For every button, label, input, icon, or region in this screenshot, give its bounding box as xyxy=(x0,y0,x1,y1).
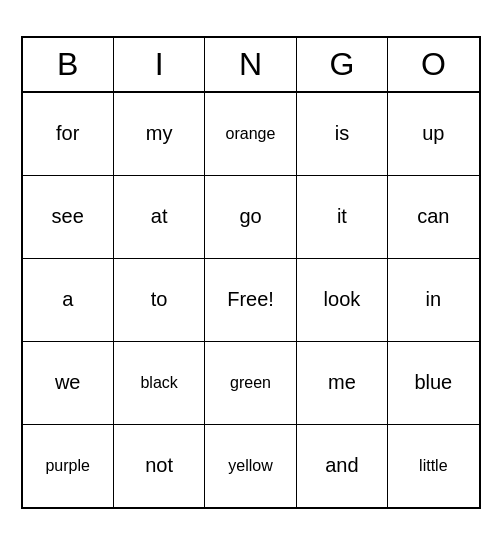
bingo-cell-r1-c5: up xyxy=(388,93,478,175)
bingo-cell-r1-c1: for xyxy=(23,93,114,175)
bingo-header: BINGO xyxy=(23,38,479,93)
bingo-row-2: seeatgoitcan xyxy=(23,176,479,259)
bingo-cell-r5-c1: purple xyxy=(23,425,114,507)
bingo-cell-r5-c2: not xyxy=(114,425,205,507)
header-cell-i: I xyxy=(114,38,205,93)
bingo-cell-r4-c2: black xyxy=(114,342,205,424)
bingo-cell-r2-c3: go xyxy=(205,176,296,258)
bingo-cell-r4-c5: blue xyxy=(388,342,478,424)
bingo-cell-r2-c5: can xyxy=(388,176,478,258)
bingo-cell-r3-c1: a xyxy=(23,259,114,341)
bingo-cell-r5-c5: little xyxy=(388,425,478,507)
bingo-cell-r3-c2: to xyxy=(114,259,205,341)
bingo-cell-r3-c4: look xyxy=(297,259,388,341)
bingo-row-1: formyorangeisup xyxy=(23,93,479,176)
bingo-row-3: atoFree!lookin xyxy=(23,259,479,342)
header-cell-b: B xyxy=(23,38,114,93)
header-cell-n: N xyxy=(205,38,296,93)
bingo-cell-r1-c3: orange xyxy=(205,93,296,175)
header-cell-g: G xyxy=(297,38,388,93)
bingo-cell-r1-c4: is xyxy=(297,93,388,175)
bingo-cell-r4-c3: green xyxy=(205,342,296,424)
bingo-cell-r2-c4: it xyxy=(297,176,388,258)
header-cell-o: O xyxy=(388,38,478,93)
bingo-cell-r5-c3: yellow xyxy=(205,425,296,507)
bingo-cell-r4-c4: me xyxy=(297,342,388,424)
bingo-cell-r1-c2: my xyxy=(114,93,205,175)
bingo-cell-r2-c2: at xyxy=(114,176,205,258)
bingo-cell-r3-c5: in xyxy=(388,259,478,341)
bingo-cell-r3-c3: Free! xyxy=(205,259,296,341)
bingo-row-5: purplenotyellowandlittle xyxy=(23,425,479,507)
bingo-cell-r2-c1: see xyxy=(23,176,114,258)
bingo-card: BINGO formyorangeisupseeatgoitcanatoFree… xyxy=(21,36,481,509)
bingo-cell-r4-c1: we xyxy=(23,342,114,424)
bingo-row-4: weblackgreenmeblue xyxy=(23,342,479,425)
bingo-cell-r5-c4: and xyxy=(297,425,388,507)
